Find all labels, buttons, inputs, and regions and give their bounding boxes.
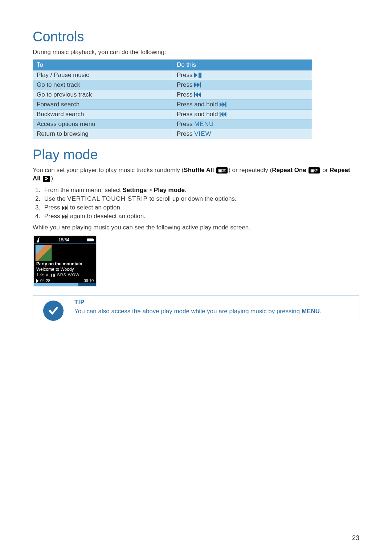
cell-to: Go to next track bbox=[33, 80, 173, 90]
table-row: Go to previous track Press bbox=[33, 90, 312, 99]
cell-do: Press bbox=[173, 70, 312, 80]
tip-heading: TIP bbox=[74, 299, 322, 306]
cell-to: Backward search bbox=[33, 109, 173, 119]
player-subtitle: Welcome to Woody bbox=[34, 267, 96, 272]
next-track-icon bbox=[194, 82, 201, 87]
heading-playmode: Play mode bbox=[33, 147, 359, 163]
next-track-icon bbox=[62, 214, 68, 219]
player-progress bbox=[34, 283, 96, 286]
next-track-icon bbox=[220, 102, 227, 107]
step-2: Use the VERTICAL TOUCH STRIP to scroll u… bbox=[42, 195, 359, 203]
view-keyword: VIEW bbox=[194, 130, 211, 137]
cell-do: Press and hold bbox=[173, 99, 312, 109]
page-number: 23 bbox=[352, 534, 359, 542]
repeat-one-icon: ▣⟳ bbox=[309, 167, 320, 174]
player-total: 06:10 bbox=[83, 278, 94, 283]
cell-to: Forward search bbox=[33, 99, 173, 109]
playmode-steps: From the main menu, select Settings > Pl… bbox=[33, 186, 359, 221]
col-do: Do this bbox=[173, 60, 312, 70]
tip-box: TIP You can also access the above play m… bbox=[33, 295, 359, 326]
battery-icon bbox=[87, 238, 94, 242]
prev-track-icon bbox=[220, 112, 227, 117]
repeat-all-icon: ⟳ bbox=[43, 176, 50, 182]
step-1: From the main menu, select Settings > Pl… bbox=[42, 186, 359, 195]
cell-do: Press MENU bbox=[173, 119, 312, 129]
playmode-after: While you are playing music you can see … bbox=[33, 224, 359, 232]
tip-check-icon bbox=[43, 301, 64, 321]
playmode-intro: You can set your player to play music tr… bbox=[33, 166, 359, 183]
controls-intro: During music playback, you can do the fo… bbox=[33, 48, 359, 57]
step-4: Press again to deselect an option. bbox=[42, 212, 359, 221]
player-screen: 18/64 Party on the mountain Welcome to W… bbox=[33, 235, 97, 287]
next-track-icon bbox=[62, 205, 68, 210]
shuffle-all-label: Shuffle All bbox=[184, 167, 214, 174]
step-3: Press to select an option. bbox=[42, 203, 359, 212]
tip-body: You can also access the above play mode … bbox=[74, 308, 322, 315]
controls-table: To Do this Play / Pause music Press Go t… bbox=[33, 60, 312, 139]
play-icon bbox=[36, 279, 39, 283]
cell-to: Go to previous track bbox=[33, 90, 173, 99]
table-row: Go to next track Press bbox=[33, 80, 312, 90]
cell-to: Access options menu bbox=[33, 119, 173, 129]
cell-do: Press VIEW bbox=[173, 129, 312, 139]
table-row: Play / Pause music Press bbox=[33, 70, 312, 80]
cell-do: Press bbox=[173, 90, 312, 99]
player-modes: 1·⟳ ✕ ▮▮ SRS WOW bbox=[34, 272, 96, 278]
music-note-icon bbox=[36, 237, 41, 242]
player-counter: 18/64 bbox=[58, 237, 69, 242]
cell-do: Press and hold bbox=[173, 109, 312, 119]
table-row: Backward search Press and hold bbox=[33, 109, 312, 119]
cell-do: Press bbox=[173, 80, 312, 90]
menu-keyword: MENU bbox=[194, 121, 214, 127]
table-row: Access options menu Press MENU bbox=[33, 119, 312, 129]
album-art bbox=[35, 245, 52, 261]
cell-to: Return to browsing bbox=[33, 129, 173, 139]
repeat-one-label: Repeat One bbox=[272, 167, 306, 174]
table-row: Return to browsing Press VIEW bbox=[33, 129, 312, 139]
play-pause-icon bbox=[194, 73, 202, 78]
table-row: Forward search Press and hold bbox=[33, 99, 312, 109]
player-elapsed: 04:28 bbox=[36, 278, 50, 283]
prev-track-icon bbox=[194, 92, 201, 97]
shuffle-all-icon: ▣⇄ bbox=[216, 167, 228, 174]
player-title: Party on the mountain bbox=[34, 261, 96, 267]
col-to: To bbox=[33, 60, 173, 70]
heading-controls: Controls bbox=[33, 29, 359, 45]
cell-to: Play / Pause music bbox=[33, 70, 173, 80]
